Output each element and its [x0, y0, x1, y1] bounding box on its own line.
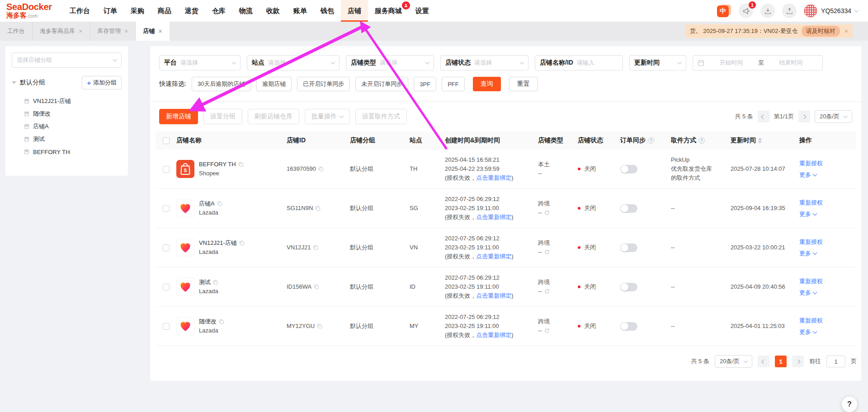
tree-collapse-icon[interactable]	[12, 81, 16, 84]
import-icon[interactable]	[760, 4, 775, 18]
nav-item[interactable]: 店铺	[341, 0, 368, 22]
copy-icon[interactable]	[219, 319, 224, 324]
row-checkbox[interactable]	[163, 166, 170, 173]
refresh-icon[interactable]	[544, 328, 550, 333]
nav-item[interactable]: 钱包	[314, 0, 341, 22]
store-group-select[interactable]: 选择店铺分组	[12, 52, 122, 68]
more-link[interactable]: 更多	[799, 210, 816, 219]
copy-icon[interactable]	[317, 323, 322, 329]
quick-filter-button[interactable]: PFF	[442, 77, 465, 91]
export-icon[interactable]	[782, 4, 797, 18]
row-checkbox[interactable]	[163, 205, 170, 212]
reauthorize-link[interactable]: 重新授权	[799, 238, 823, 247]
date-range-input[interactable]: 开始时间 至 结束时间	[693, 55, 823, 70]
page-size-select[interactable]: 20条/页	[715, 355, 752, 368]
nav-item[interactable]: 收款	[259, 0, 287, 22]
more-link[interactable]: 更多	[799, 288, 816, 297]
copy-icon[interactable]	[318, 166, 324, 172]
store-name-id-input[interactable]: 店铺名称/ID 请输入	[535, 55, 623, 70]
reauthorize-link[interactable]: 重新授权	[799, 198, 823, 207]
time-type-select[interactable]: 更新时间	[629, 55, 686, 70]
nav-item[interactable]: 工作台	[63, 0, 97, 22]
prev-page-button[interactable]	[758, 111, 769, 122]
copy-icon[interactable]	[238, 162, 244, 167]
notice-pill[interactable]: 请及时核对	[802, 26, 840, 37]
refresh-icon[interactable]	[544, 249, 550, 255]
select-all-checkbox[interactable]	[163, 137, 170, 144]
page-size-select[interactable]: 20条/页	[815, 110, 852, 123]
sort-icon[interactable]	[758, 138, 762, 143]
filter-select[interactable]: 平台 请选择	[159, 55, 241, 70]
rebind-link[interactable]: 点击重新绑定	[476, 253, 511, 260]
nav-item[interactable]: 商品	[151, 0, 178, 22]
nav-item[interactable]: 订单	[97, 0, 124, 22]
order-sync-toggle[interactable]	[620, 322, 637, 331]
more-link[interactable]: 更多	[799, 328, 816, 337]
info-icon[interactable]: ?	[648, 137, 654, 144]
copy-icon[interactable]	[239, 240, 245, 246]
quick-filter-button[interactable]: 逾期店铺	[256, 77, 292, 91]
quick-filter-button[interactable]: 未开启订单同步	[355, 77, 408, 91]
row-checkbox[interactable]	[163, 284, 170, 290]
copy-icon[interactable]	[213, 280, 218, 285]
toolbar-button[interactable]: 设置分组	[203, 109, 242, 124]
user-menu[interactable]: YQ526334	[804, 4, 858, 18]
page-tab[interactable]: 工作台	[0, 22, 33, 41]
page-tab[interactable]: 海多客商品库 ×	[33, 22, 90, 41]
reset-button[interactable]: 重置	[509, 77, 538, 91]
reauthorize-link[interactable]: 重新授权	[799, 316, 823, 325]
nav-item[interactable]: 物流	[232, 0, 259, 22]
tab-close-icon[interactable]: ×	[158, 28, 162, 35]
more-link[interactable]: 更多	[799, 170, 816, 179]
next-page-button[interactable]	[798, 111, 810, 122]
page-tab[interactable]: 店铺 ×	[136, 22, 169, 41]
rebind-link[interactable]: 点击重新绑定	[476, 174, 511, 181]
toolbar-button[interactable]: 批量操作	[305, 109, 350, 124]
filter-select[interactable]: 店铺类型 请选择	[346, 55, 434, 70]
tab-close-icon[interactable]: ×	[124, 28, 128, 35]
reauthorize-link[interactable]: 重新授权	[799, 277, 823, 286]
order-sync-toggle[interactable]	[620, 243, 637, 252]
order-sync-toggle[interactable]	[620, 165, 637, 173]
refresh-icon[interactable]	[544, 289, 550, 294]
row-checkbox[interactable]	[163, 323, 170, 330]
notice-close-icon[interactable]: ×	[844, 28, 848, 35]
toolbar-button[interactable]: 新增店铺	[159, 109, 198, 124]
nav-item[interactable]: 退货	[178, 0, 205, 22]
sidebar-store-item[interactable]: 店铺A	[24, 120, 122, 133]
announcement-icon[interactable]: 1	[739, 4, 753, 18]
sidebar-store-item[interactable]: 测试	[24, 133, 122, 145]
nav-item[interactable]: 服务商城	[368, 0, 409, 22]
next-page-button[interactable]	[792, 356, 804, 367]
prev-page-button[interactable]	[758, 356, 769, 367]
info-icon[interactable]: ?	[698, 137, 705, 144]
copy-icon[interactable]	[313, 245, 318, 250]
quick-filter-button[interactable]: 已开启订单同步	[297, 77, 350, 91]
current-page-button[interactable]: 1	[775, 356, 787, 367]
order-sync-toggle[interactable]	[620, 283, 637, 291]
sidebar-store-item[interactable]: 随便改	[24, 108, 122, 120]
brand-logo[interactable]: SeaDocker 海多客.com	[6, 2, 52, 19]
quick-filter-button[interactable]: 3PF	[414, 77, 436, 91]
nav-item[interactable]: 设置	[409, 0, 436, 22]
add-group-button[interactable]: + 添加分组	[82, 76, 122, 89]
row-checkbox[interactable]	[163, 244, 170, 251]
help-button[interactable]: ?	[842, 397, 857, 412]
copy-icon[interactable]	[314, 284, 319, 290]
refresh-icon[interactable]	[544, 210, 550, 215]
nav-item[interactable]: 账单	[287, 0, 314, 22]
order-sync-toggle[interactable]	[620, 204, 637, 213]
reauthorize-link[interactable]: 重新授权	[799, 159, 823, 168]
sidebar-store-item[interactable]: BEFFORY TH	[24, 145, 122, 158]
rebind-link[interactable]: 点击重新绑定	[476, 332, 511, 338]
default-group-label[interactable]: 默认分组	[20, 79, 82, 87]
rebind-link[interactable]: 点击重新绑定	[476, 214, 511, 220]
goto-page-input[interactable]: 1	[826, 356, 845, 367]
nav-item[interactable]: 仓库	[205, 0, 232, 22]
tab-close-icon[interactable]: ×	[79, 28, 82, 35]
filter-select[interactable]: 站点 请选择	[247, 55, 340, 70]
nav-item[interactable]: 采购	[124, 0, 151, 22]
toolbar-button[interactable]: 刷新店铺仓库	[248, 109, 299, 124]
search-button[interactable]: 查询	[473, 77, 501, 91]
rebind-link[interactable]: 点击重新绑定	[476, 292, 511, 299]
